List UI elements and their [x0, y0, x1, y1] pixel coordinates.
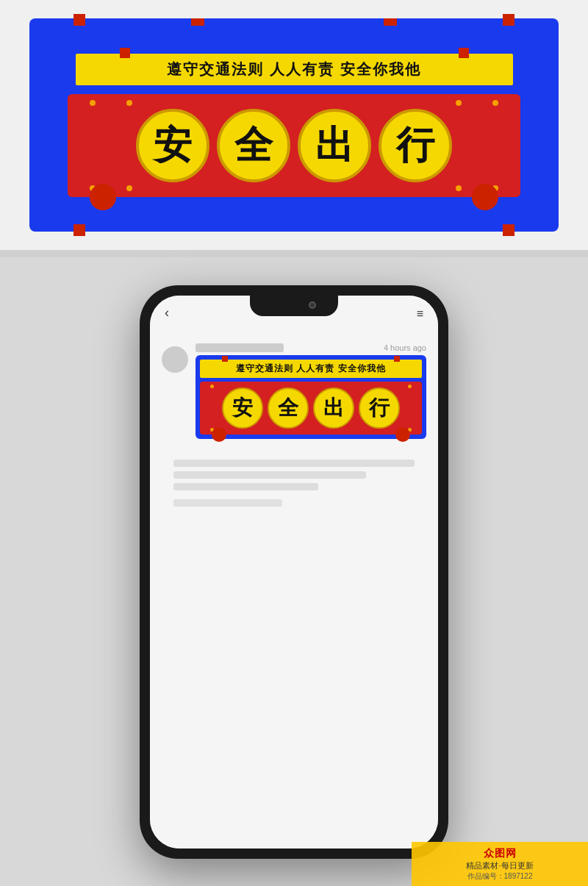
top-red-deco-right	[384, 18, 397, 26]
watermark-logo: 众图网	[484, 847, 517, 860]
text-line	[173, 471, 366, 479]
mini-banner: 遵守交通法则 人人有责 安全你我他 安	[196, 355, 426, 439]
message-content: 4 hours ago 遵守交通法则 人人有责 安全你我他	[196, 343, 426, 446]
mini-red-circle-left	[212, 427, 226, 442]
mini-char-circle-2: 全	[268, 387, 309, 429]
avatar	[162, 346, 188, 373]
text-line	[173, 483, 318, 490]
menu-button[interactable]: ≡	[417, 307, 423, 321]
phone-mockup: ‹ ≡ 4 hours ago	[140, 285, 448, 859]
char-circle-4: 行	[379, 109, 452, 182]
phone-content: 4 hours ago 遵守交通法则 人人有责 安全你我他	[150, 296, 438, 849]
mini-char-circle-1: 安	[222, 387, 263, 429]
top-banner-section: 遵守交通法则 人人有责 安全你我他 安 全 出 行	[0, 0, 588, 250]
phone-section: ‹ ≡ 4 hours ago	[0, 257, 588, 886]
sign-dot	[126, 100, 132, 106]
watermark: 众图网 精品素材·每日更新 作品编号：1897122	[412, 842, 588, 886]
text-lines	[162, 460, 426, 507]
text-line	[173, 499, 282, 507]
sign-dot	[456, 100, 462, 106]
mini-red-circle-right	[395, 427, 410, 442]
message-meta: 4 hours ago	[196, 343, 426, 352]
top-red-deco-left	[191, 18, 204, 26]
sign-dot	[456, 185, 462, 191]
watermark-tagline: 精品素材·每日更新	[466, 860, 533, 871]
sign-dot	[126, 185, 132, 191]
mini-main-sign: 安 全 出 行	[200, 382, 422, 435]
mini-char-circle-3: 出	[313, 387, 354, 429]
camera-dot	[309, 301, 316, 309]
red-circle-bottom-left	[90, 184, 116, 210]
mini-dot	[210, 385, 214, 388]
main-sign: 安 全 出 行	[68, 94, 520, 197]
banner-card: 遵守交通法则 人人有责 安全你我他 安 全 出 行	[29, 18, 559, 232]
mini-char-circle-4: 行	[359, 387, 400, 429]
char-circle-2: 全	[217, 109, 290, 182]
mini-subtitle: 遵守交通法则 人人有责 安全你我他	[200, 360, 422, 378]
watermark-id: 作品编号：1897122	[467, 871, 533, 882]
red-circle-bottom-right	[472, 184, 498, 210]
sign-dot	[492, 100, 498, 106]
char-circle-1: 安	[136, 109, 209, 182]
corner-deco-bottom-right	[503, 224, 514, 236]
section-divider	[0, 250, 588, 257]
corner-deco-top-right	[503, 14, 514, 26]
char-circle-3: 出	[298, 109, 371, 182]
mini-dot	[408, 385, 412, 388]
phone-screen: ‹ ≡ 4 hours ago	[150, 296, 438, 849]
time-stamp: 4 hours ago	[384, 343, 426, 352]
phone-notch	[250, 296, 338, 316]
sign-dot	[90, 100, 96, 106]
text-line	[173, 460, 415, 467]
corner-deco-bottom-left	[74, 224, 85, 236]
chat-area: 4 hours ago 遵守交通法则 人人有责 安全你我他	[150, 336, 438, 518]
banner-subtitle: 遵守交通法则 人人有责 安全你我他	[76, 54, 513, 85]
corner-deco-top-left	[74, 14, 85, 26]
back-button[interactable]: ‹	[165, 305, 169, 321]
sender-name	[196, 343, 284, 352]
chat-message: 4 hours ago 遵守交通法则 人人有责 安全你我他	[162, 343, 426, 446]
